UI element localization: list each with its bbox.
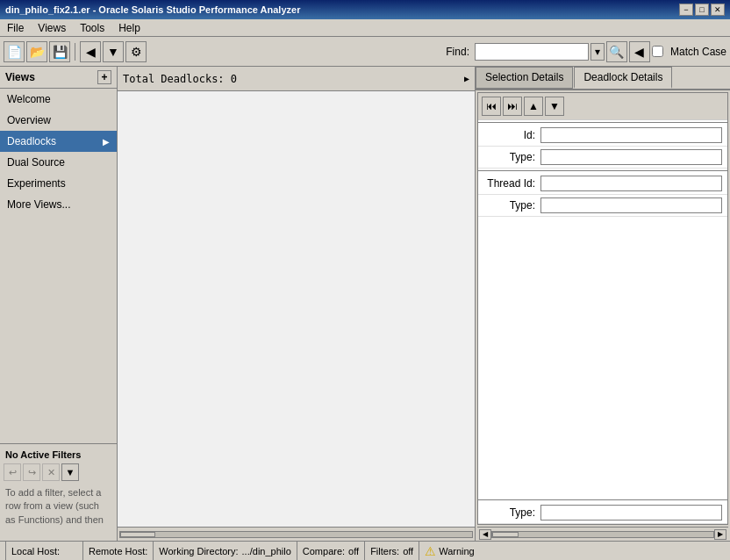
menu-bar: File Views Tools Help [0, 19, 730, 37]
right-tabs: Selection Details Deadlock Details [476, 67, 730, 90]
menu-tools[interactable]: Tools [76, 21, 108, 35]
toolbar-open-btn[interactable]: 📂 [26, 41, 47, 62]
filter-clear-btn[interactable]: ✕ [42, 463, 60, 481]
scroll-right-btn[interactable]: ▶ [714, 529, 726, 540]
find-input[interactable] [475, 43, 589, 61]
toolbar: 📄 📂 💾 ◀ ▼ ⚙ Find: ▾ 🔍 ◀ Match Case [0, 37, 730, 67]
sidebar-item-experiments[interactable]: Experiments [0, 173, 117, 194]
filters-status-label: Filters: [370, 546, 399, 556]
compare-value: off [348, 546, 359, 556]
right-bottom-scrollbar[interactable]: ◀ ▶ [477, 527, 728, 541]
main-area: Views + Welcome Overview Deadlocks ▶ Dua… [0, 67, 730, 541]
center-panel: Total Deadlocks: 0 ▶ [118, 67, 476, 541]
right-scroll-thumb[interactable] [492, 532, 519, 537]
filters-item: Filters: off [365, 542, 419, 560]
match-case-checkbox[interactable] [652, 46, 663, 57]
filter-undo-btn[interactable]: ↩ [4, 463, 21, 481]
type-field-row-2: Type: [478, 195, 727, 217]
minimize-button[interactable]: − [679, 4, 693, 16]
tab-selection-details[interactable]: Selection Details [476, 67, 573, 89]
title-bar: din_philo_fix2.1.er - Oracle Solaris Stu… [0, 0, 730, 19]
type-input-3[interactable] [540, 505, 722, 521]
right-scroll-track[interactable] [491, 531, 714, 538]
filters-status-value: off [403, 546, 413, 556]
nav-down-btn[interactable]: ▼ [545, 97, 564, 116]
menu-file[interactable]: File [4, 21, 27, 35]
sidebar-item-more-views[interactable]: More Views... [0, 194, 117, 215]
menu-views[interactable]: Views [34, 21, 69, 35]
nav-up-btn[interactable]: ▲ [524, 97, 543, 116]
find-search-btn[interactable]: 🔍 [606, 41, 627, 62]
right-panel: Selection Details Deadlock Details ⏮ ⏭ ▲… [476, 67, 730, 541]
toolbar-settings-btn[interactable]: ⚙ [125, 41, 147, 62]
find-label: Find: [446, 46, 469, 58]
thread-id-input[interactable] [540, 176, 722, 191]
nav-arrows-bar: ⏮ ⏭ ▲ ▼ [478, 93, 727, 120]
window-controls: − □ ✕ [679, 4, 725, 16]
type-input-2[interactable] [540, 197, 722, 213]
thread-id-label: Thread Id: [483, 177, 540, 190]
sidebar-nav: Welcome Overview Deadlocks ▶ Dual Source… [0, 89, 117, 443]
center-header: Total Deadlocks: 0 ▶ [118, 67, 475, 91]
toolbar-back-btn[interactable]: ◀ [80, 41, 101, 62]
match-case-label: Match Case [670, 46, 726, 58]
filters-title: No Active Filters [4, 448, 113, 463]
divider-1 [478, 122, 727, 123]
nav-next-btn[interactable]: ⏭ [503, 97, 522, 116]
filters-hint: To add a filter, select a row from a vie… [4, 485, 113, 537]
warning-icon: ⚠ [425, 544, 436, 558]
find-dropdown-btn[interactable]: ▾ [590, 43, 605, 61]
right-content: ⏮ ⏭ ▲ ▼ Id: Type: Thread Id: [477, 92, 728, 525]
toolbar-separator-1 [75, 43, 75, 61]
remote-host-item: Remote Host: [83, 542, 154, 560]
sidebar: Views + Welcome Overview Deadlocks ▶ Dua… [0, 67, 118, 541]
filters-section: No Active Filters ↩ ↪ ✕ ▼ To add a filte… [0, 443, 117, 541]
type-label-3: Type: [483, 506, 540, 519]
filters-toolbar: ↩ ↪ ✕ ▼ [4, 463, 113, 481]
compare-label: Compare: [303, 546, 345, 556]
working-dir-value: .../din_philo [242, 546, 291, 556]
total-deadlocks-label: Total Deadlocks: 0 [123, 73, 237, 85]
sidebar-add-button[interactable]: + [97, 70, 111, 84]
center-content[interactable] [118, 91, 475, 527]
sidebar-item-deadlocks[interactable]: Deadlocks ▶ [0, 131, 117, 152]
sidebar-header: Views + [0, 67, 117, 89]
toolbar-new-btn[interactable]: 📄 [4, 41, 25, 62]
divider-3 [478, 499, 727, 500]
toolbar-save-btn[interactable]: 💾 [49, 41, 70, 62]
local-host-label: Local Host: [11, 546, 60, 556]
type-label-1: Type: [483, 151, 540, 163]
working-dir-label: Working Directory: [159, 546, 238, 556]
scroll-left-btn[interactable]: ◀ [479, 529, 491, 540]
type-input-1[interactable] [540, 149, 722, 165]
filter-redo-btn[interactable]: ↪ [23, 463, 40, 481]
status-bar: Local Host: Remote Host: Working Directo… [0, 541, 730, 560]
compare-item: Compare: off [297, 542, 365, 560]
thread-id-field-row: Thread Id: [478, 173, 727, 195]
sidebar-item-welcome[interactable]: Welcome [0, 89, 117, 110]
nav-first-btn[interactable]: ⏮ [482, 97, 501, 116]
panel-collapse-icon[interactable]: ▶ [464, 74, 469, 83]
id-label: Id: [483, 129, 540, 141]
horizontal-scroll-thumb[interactable] [120, 532, 155, 537]
horizontal-scroll-track[interactable] [119, 531, 473, 538]
working-dir-item: Working Directory: .../din_philo [154, 542, 297, 560]
tab-deadlock-details[interactable]: Deadlock Details [574, 67, 672, 89]
close-button[interactable]: ✕ [711, 4, 725, 16]
filter-settings-btn[interactable]: ▼ [61, 463, 79, 481]
maximize-button[interactable]: □ [695, 4, 709, 16]
remote-host-label: Remote Host: [89, 546, 147, 556]
type-field-row-3: Type: [478, 502, 727, 524]
menu-help[interactable]: Help [115, 21, 144, 35]
toolbar-filter-btn[interactable]: ▼ [103, 41, 124, 62]
center-bottom-scrollbar[interactable] [118, 527, 475, 541]
sidebar-title: Views [5, 71, 35, 83]
find-prev-btn[interactable]: ◀ [629, 41, 650, 62]
sidebar-item-dual-source[interactable]: Dual Source [0, 152, 117, 173]
local-host-item: Local Host: [5, 542, 83, 560]
warning-item[interactable]: ⚠ Warning [419, 544, 480, 558]
type-field-row-1: Type: [478, 147, 727, 169]
id-input[interactable] [540, 127, 722, 143]
id-field-row: Id: [478, 125, 727, 147]
sidebar-item-overview[interactable]: Overview [0, 110, 117, 131]
